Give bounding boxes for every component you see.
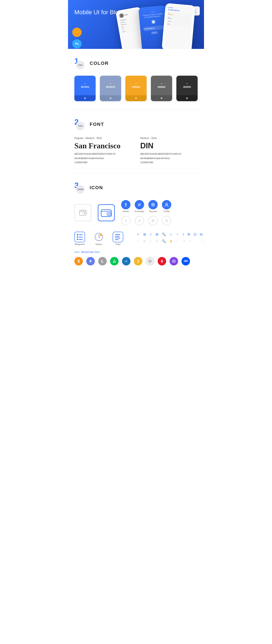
svg-point-17 [166, 220, 168, 221]
scan-icon: ⊟ [200, 232, 202, 236]
assets-icon-outline [121, 216, 130, 225]
dash-icon [122, 257, 130, 266]
font-sf: Regular · Medium · Bold San Francisco AB… [74, 137, 132, 164]
assets-icon [121, 200, 130, 209]
nav-icons-col: Assets Exchange [121, 200, 171, 225]
font-columns: Regular · Medium · Bold San Francisco AB… [74, 137, 198, 164]
ethereum-icon [86, 257, 95, 266]
profile-icon-outline [162, 216, 171, 225]
color-num-badge: 1 ONE [74, 58, 86, 69]
icon-section-header: 3 THREE ICON [74, 182, 198, 194]
info-icon-gray: ⓘ [202, 239, 204, 243]
svg-point-11 [108, 214, 110, 214]
blockchain-label: BlockChain Icon [81, 250, 100, 254]
swatch-dark: # 303030 [176, 76, 198, 101]
arrows-icon-gray: ⇄ [182, 239, 185, 243]
svg-point-14 [166, 203, 168, 205]
qr-icon-gray: ⊞ [156, 239, 158, 243]
back-icon-gray: ＜ [176, 239, 179, 243]
sketch-badge [72, 28, 82, 37]
search-icon-gray: 🔍 [162, 239, 166, 243]
management-icon-item: Mangment [74, 232, 85, 246]
swatch-gray: # 666666 [151, 76, 172, 101]
icon-num-badge: 3 THREE [74, 182, 86, 194]
forward-icon-gray: → [195, 239, 198, 243]
discover-icon [148, 200, 158, 209]
qr-icon: ⊞ [156, 232, 158, 236]
svg-point-7 [84, 212, 85, 214]
wallet-grid-icon [74, 204, 92, 221]
font-title: FONT [90, 122, 104, 127]
hero-section: Mobile UI for Blockchain Wallet UI Kit P… [68, 0, 204, 49]
exchange-icon-outline [135, 216, 144, 225]
icon-title: ICON [90, 185, 103, 190]
blockchain-line [74, 252, 80, 252]
exchange-icon [135, 200, 144, 209]
share-icon: ⟨ [182, 232, 184, 236]
wallet-blue-icon [98, 204, 115, 221]
svg-point-13 [152, 204, 154, 205]
iota-icon [146, 257, 154, 266]
color-title: COLOR [90, 60, 108, 66]
font-din: Medium · Bold DIN ABCDEFGHIJKLMNOPQRSTUV… [140, 137, 198, 164]
litecoin-icon: Ł [98, 257, 107, 266]
icon-section: 3 THREE ICON [68, 173, 204, 274]
large-icon-row: Assets Exchange [74, 200, 198, 225]
star-icon: ☆ [169, 232, 172, 236]
check-icon-gray: ✓ [150, 239, 152, 243]
color-section-header: 1 ONE COLOR [74, 58, 198, 69]
waves-icon [182, 257, 190, 266]
hero-badges: Ps 60+Screens [72, 28, 82, 49]
font-num-badge: 2 TWO [74, 118, 86, 130]
assets-icon-item: Assets [121, 200, 130, 212]
matic-icon [170, 257, 178, 266]
swatch-gray-blue: # 8DA0C8 [100, 76, 121, 101]
ps-badge: Ps [72, 39, 82, 48]
order-icon-item: Order [112, 232, 123, 246]
settings-icon: ⚙ [187, 232, 190, 236]
color-swatches: # 3574FA # 8DA0C8 # F5A623 # 666666 [74, 76, 198, 101]
swatch-blue: # 3574FA [74, 76, 96, 101]
svg-point-16 [152, 220, 154, 221]
svg-marker-26 [161, 260, 163, 263]
profile-icon-item: Profile [162, 200, 171, 212]
check-icon: ✓ [150, 232, 152, 236]
list-icon-gray: ⊞ [143, 239, 146, 243]
order-icon [112, 232, 123, 242]
ark-icon [158, 257, 166, 266]
phones-mockup: Profile Management Message Real Estate N… [119, 4, 204, 49]
blockchain-label-row: BlockChain Icon [74, 250, 198, 254]
svg-marker-28 [173, 260, 175, 262]
svg-marker-20 [89, 260, 92, 262]
list-icon: ⊞ [143, 232, 146, 236]
exchange-icon-item: Exchange [135, 200, 144, 212]
export-icon: ⊡ [194, 232, 196, 236]
svg-rect-6 [80, 210, 86, 212]
crypto-icons-row: ₿ Ł Z [74, 257, 198, 266]
neo-icon [110, 257, 118, 266]
zcash-icon: Z [134, 257, 142, 266]
swatch-orange: # F5A623 [126, 76, 146, 101]
management-icon [74, 232, 85, 242]
plus-icon: ＋ [136, 232, 140, 237]
plus-icon-gray: ＋ [136, 238, 140, 244]
bottom-icon-row: Mangment History Order [74, 232, 198, 246]
bitcoin-icon: ₿ [74, 257, 83, 266]
utility-icons: ＋ ⊞ ✓ ⊞ 🔍 ☆ ＜ ⟨ ⚙ ⊡ ⊟ ✕ ＋ ⊞ ✓ ⊞ 🔍 ★ ＜ [136, 232, 204, 244]
font-section-header: 2 TWO FONT [74, 118, 198, 130]
discover-icon-item: Discover [148, 200, 158, 212]
search-icon: 🔍 [162, 232, 166, 236]
star-icon-filled: ★ [169, 239, 172, 243]
discover-icon-outline [148, 216, 158, 225]
history-icon-item: History [94, 232, 104, 246]
history-icon [94, 232, 104, 242]
font-section: 2 TWO FONT Regular · Medium · Bold San F… [68, 110, 204, 173]
profile-icon [162, 200, 171, 209]
phone-3: myWallet $ 6,297,502.12 BTC 738-2003 ETH… [162, 3, 196, 49]
color-section: 1 ONE COLOR # 3574FA # 8DA0C8 # F5A623 [68, 49, 204, 110]
close-icon-x-gray: ✕ [189, 239, 192, 243]
back-icon: ＜ [176, 232, 179, 236]
